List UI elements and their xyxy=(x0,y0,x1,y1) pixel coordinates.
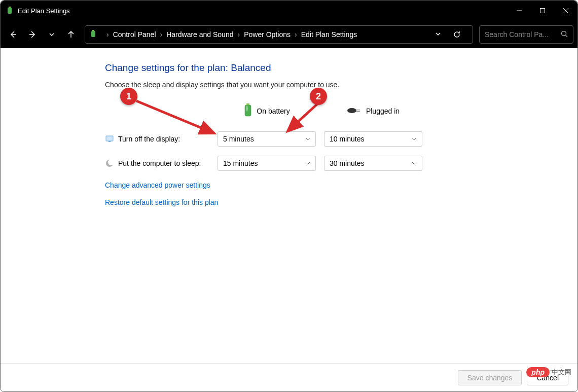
svg-rect-23 xyxy=(109,141,111,142)
annotation-badge-1: 1 xyxy=(120,88,137,105)
chevron-down-icon[interactable] xyxy=(435,30,441,39)
chevron-down-icon xyxy=(305,159,310,167)
maximize-button[interactable] xyxy=(531,1,554,21)
breadcrumb-item[interactable]: Hardware and Sound xyxy=(166,30,233,39)
svg-point-18 xyxy=(246,105,248,112)
breadcrumb-item[interactable]: Power Options xyxy=(244,30,291,39)
battery-app-icon xyxy=(6,7,14,15)
svg-rect-3 xyxy=(540,9,545,13)
page-title: Change settings for the plan: Balanced xyxy=(105,62,577,74)
display-icon xyxy=(105,134,114,144)
annotation-arrow-1 xyxy=(133,98,220,138)
plugged-in-label: Plugged in xyxy=(366,107,400,115)
sleep-plugged-dropdown[interactable]: 30 minutes xyxy=(324,156,422,171)
forward-button[interactable] xyxy=(24,26,41,43)
chevron-down-icon xyxy=(412,135,417,143)
chevron-right-icon: › xyxy=(295,30,297,39)
footer: Save changes Cancel xyxy=(1,363,577,391)
content-area: Change settings for the plan: Balanced C… xyxy=(1,48,577,363)
page-subtitle: Choose the sleep and display settings th… xyxy=(105,81,577,89)
battery-breadcrumb-icon xyxy=(89,30,98,39)
svg-line-12 xyxy=(566,35,568,37)
plug-icon xyxy=(347,106,362,116)
svg-point-11 xyxy=(562,31,566,35)
chevron-down-icon xyxy=(412,159,417,167)
sleep-plugged-value: 30 minutes xyxy=(330,159,364,167)
minimize-button[interactable] xyxy=(508,1,531,21)
display-battery-value: 5 minutes xyxy=(223,135,254,143)
close-button[interactable] xyxy=(554,1,577,21)
refresh-button[interactable] xyxy=(448,26,465,43)
battery-icon xyxy=(243,103,252,119)
svg-line-14 xyxy=(287,103,318,131)
chevron-right-icon: › xyxy=(160,30,163,39)
svg-line-13 xyxy=(136,101,214,133)
display-plugged-value: 10 minutes xyxy=(330,135,364,143)
moon-icon xyxy=(105,159,114,168)
svg-rect-17 xyxy=(246,103,249,105)
advanced-settings-link[interactable]: Change advanced power settings xyxy=(105,181,577,189)
annotation-badge-2: 2 xyxy=(310,88,327,105)
restore-defaults-link[interactable]: Restore default settings for this plan xyxy=(105,198,577,206)
up-button[interactable] xyxy=(62,26,80,43)
sleep-battery-value: 15 minutes xyxy=(223,159,258,167)
annotation-arrow-2 xyxy=(282,101,328,136)
svg-rect-9 xyxy=(91,31,95,37)
svg-rect-22 xyxy=(106,136,113,141)
svg-rect-0 xyxy=(8,8,12,14)
chevron-right-icon: › xyxy=(106,30,109,39)
navbar: › Control Panel › Hardware and Sound › P… xyxy=(1,21,577,48)
svg-point-25 xyxy=(108,159,114,165)
sleep-battery-dropdown[interactable]: 15 minutes xyxy=(218,156,316,171)
svg-rect-21 xyxy=(356,111,360,112)
breadcrumb-item[interactable]: Edit Plan Settings xyxy=(301,30,357,39)
recent-dropdown[interactable] xyxy=(43,26,60,43)
window-title: Edit Plan Settings xyxy=(18,7,70,15)
svg-rect-15 xyxy=(245,105,251,116)
search-input[interactable] xyxy=(485,30,558,39)
display-plugged-dropdown[interactable]: 10 minutes xyxy=(324,131,422,147)
address-bar[interactable]: › Control Panel › Hardware and Sound › P… xyxy=(85,25,473,44)
search-icon xyxy=(561,30,568,39)
sleep-row-label: Put the computer to sleep: xyxy=(118,159,201,167)
search-box[interactable] xyxy=(479,25,573,44)
save-button[interactable]: Save changes xyxy=(458,370,522,385)
watermark-brand: php xyxy=(526,367,550,377)
watermark-text: 中文网 xyxy=(552,368,571,377)
titlebar: Edit Plan Settings xyxy=(1,1,577,21)
chevron-right-icon: › xyxy=(237,30,240,39)
svg-rect-20 xyxy=(356,110,360,111)
svg-rect-10 xyxy=(92,30,94,31)
sleep-setting-row: Put the computer to sleep: 15 minutes 30… xyxy=(105,156,577,171)
breadcrumb-item[interactable]: Control Panel xyxy=(113,30,156,39)
plugged-in-header: Plugged in xyxy=(324,106,422,116)
watermark: php 中文网 xyxy=(526,367,571,377)
svg-point-19 xyxy=(347,108,356,113)
svg-rect-1 xyxy=(9,7,11,8)
back-button[interactable] xyxy=(5,26,22,43)
